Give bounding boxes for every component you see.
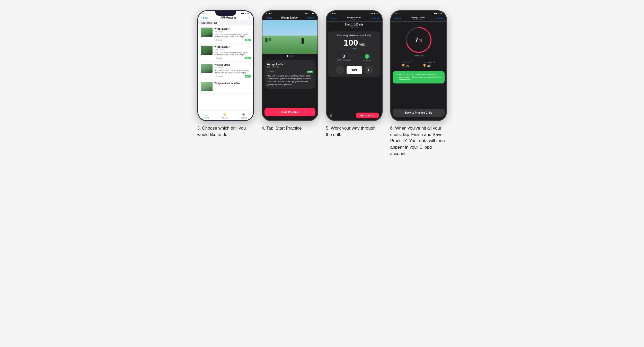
- app-badge-card: APP: [307, 71, 313, 73]
- card-title-group: Wedge Ladder 100–140 yds: [267, 63, 285, 69]
- back-to-drills-button[interactable]: Back to Practice Drills: [393, 109, 445, 117]
- drill-footer-2: ○ 9 shots APP: [215, 57, 251, 59]
- next-shot-button[interactable]: Next Shot →: [356, 113, 378, 118]
- card-title-2: Wedge Ladder: [267, 63, 285, 66]
- phone-3-frame: 13:03 ●●● ▲ 46 < Back Wedge Ladder 06 Ma…: [326, 10, 383, 121]
- app-badge-1: APP: [245, 39, 250, 41]
- caption-4: 6. When you've hit all your shots, tap '…: [390, 125, 447, 157]
- phone-4-frame: 13:03 ●●● ▲ 46 < Back Wedge Ladder 06 Ma…: [390, 10, 447, 121]
- nav-bar-2: < Back Wedge Ladder Cancel: [262, 15, 317, 20]
- shot-score: Score 5/9: [345, 26, 364, 28]
- nav-bar-1: < Back APP Practice ≡: [198, 15, 253, 20]
- last-month-pb: Last month PB 🏆 -/9: [423, 61, 435, 67]
- shot-nav: ← Shot 1, 100 yds Score 5/9 →: [327, 22, 382, 30]
- check-icon: ✓: [395, 73, 397, 76]
- drill-thumb-1: [201, 28, 213, 37]
- bottom-nav-capture[interactable]: ⊕ Capture: [241, 112, 247, 119]
- phone-3-container: 13:03 ●●● ▲ 46 < Back Wedge Ladder 06 Ma…: [326, 10, 383, 138]
- drill-card-2: Wedge Ladder 100–140 yds ☆ ○ 9 shots APP…: [264, 60, 315, 89]
- delete-shot-button[interactable]: 🗑: [330, 114, 333, 117]
- signal-icon-2: ●●●: [305, 13, 308, 14]
- nav-title-1: APP Practice: [220, 16, 236, 19]
- drill-info-3: Pitching String ☆ 55–100 yds Hit 1 shot …: [215, 64, 251, 77]
- golfer-figure: [302, 38, 304, 44]
- last-month-pb-value: 🏆 -/9: [423, 64, 435, 67]
- star-icon-5[interactable]: ☆: [311, 63, 313, 66]
- cancel-button-2[interactable]: Cancel: [307, 16, 314, 19]
- next-shot-arrow[interactable]: →: [375, 24, 379, 28]
- image-dots: [262, 54, 317, 58]
- cancel-button-3[interactable]: Cancel: [371, 17, 378, 20]
- clock-icon-3: ○: [215, 75, 216, 77]
- drill-item-2[interactable]: Wedge Ladder ☆ 100–140 yds Play 1 shot a…: [198, 44, 253, 62]
- drill-desc-2: Play 1 shot at each target yardage. If y…: [215, 51, 251, 56]
- prev-shot-button[interactable]: ←: [330, 24, 333, 28]
- drill-info-4: Wedge & Short Iron Play ☆: [215, 82, 251, 85]
- star-icon-1[interactable]: ☆: [248, 28, 251, 30]
- star-icon-4[interactable]: ☆: [248, 82, 251, 85]
- nav-title-3: Wedge Ladder: [347, 16, 361, 19]
- toast-close-button[interactable]: ✕: [440, 73, 443, 75]
- prev-pb-value: 🏆 -/9: [401, 64, 412, 67]
- drill-item-4[interactable]: Wedge & Short Iron Play ☆: [198, 80, 253, 94]
- menu-button-1[interactable]: ≡: [249, 16, 250, 19]
- caption-2: 4. Tap 'Start Practice'.: [262, 125, 304, 132]
- signal-icon-4: ●●●: [434, 13, 437, 14]
- drill-thumb-3: [201, 64, 213, 73]
- last-month-pb-label: Last month PB: [423, 61, 435, 63]
- distance-input[interactable]: 103: [347, 66, 362, 74]
- drill-title-1: Wedge Ladder: [215, 28, 230, 30]
- phone-4-container: 13:03 ●●● ▲ 46 < Back Wedge Ladder 06 Ma…: [390, 10, 447, 157]
- star-icon-2[interactable]: ☆: [248, 46, 251, 48]
- phone-2-container: 13:02 ●●● ▲ 46 < Back Wedge Ladder Cance…: [262, 10, 318, 132]
- nav-subtitle-4: 06 Mar 2023: [411, 19, 426, 20]
- back-button-1[interactable]: < Back: [201, 16, 208, 19]
- bottom-nav-home[interactable]: ⌂ Home: [204, 112, 209, 119]
- shots-count-3: ○ 10 shots: [215, 75, 223, 77]
- target-sub: Target: [331, 47, 378, 50]
- status-icons-3: ●●● ▲ 46: [369, 13, 378, 14]
- golf-image: [262, 20, 317, 54]
- capture-label: Capture: [241, 117, 247, 119]
- home-label: Home: [204, 117, 209, 119]
- back-button-3[interactable]: < Back: [330, 17, 337, 20]
- card-desc-2: Play 1 shot at each target yardage. If y…: [267, 74, 313, 86]
- trees: [265, 38, 271, 42]
- target-display: 100 yds: [331, 38, 378, 47]
- status-time-1: 13:02: [202, 12, 208, 15]
- drill-yards-1: 50–100 yds: [215, 30, 251, 33]
- hit-target-metric: ✓ Hit Target: [363, 54, 371, 62]
- back-button-2[interactable]: < Back: [266, 16, 273, 19]
- score-text: 7/9: [415, 36, 422, 44]
- star-icon-3[interactable]: ☆: [248, 64, 251, 66]
- drill-yards-2: 100–140 yds: [215, 48, 251, 51]
- start-practice-button[interactable]: Start Practice: [264, 108, 315, 116]
- shot-bottom-bar: 🗑 Next Shot →: [327, 111, 382, 120]
- phone-2-notch: [280, 11, 300, 16]
- card-footer-2: ○ 9 shots APP: [267, 71, 313, 73]
- increment-button[interactable]: +: [365, 66, 373, 74]
- sky: [262, 20, 317, 37]
- bottom-nav-activities[interactable]: ⚡ Activities: [221, 112, 228, 119]
- drill-item-3[interactable]: Pitching String ☆ 55–100 yds Hit 1 shot …: [198, 62, 253, 80]
- phone-3-notch: [344, 11, 365, 16]
- cancel-button-4[interactable]: Cancel: [436, 17, 443, 20]
- shot-info: Shot 1, 100 yds Score 5/9: [345, 23, 364, 28]
- status-time-2: 13:02: [266, 12, 272, 15]
- back-button-4[interactable]: < Back: [394, 17, 401, 20]
- phone-1-container: 13:02 ●●● ▲ 46 < Back APP Practice ≡ App…: [197, 10, 254, 138]
- clock-icon-card: ○: [267, 71, 268, 73]
- metrics-row: 3 Difference (yds) ✓ Hit Target: [331, 52, 378, 64]
- drill-item-1[interactable]: Wedge Ladder ☆ 50–100 yds Play 1 shot at…: [198, 26, 253, 44]
- carry-label: Enter carry distance for each shot: [331, 34, 378, 37]
- phone-3-screen: 13:03 ●●● ▲ 46 < Back Wedge Ladder 06 Ma…: [327, 11, 382, 120]
- phone-2-screen: 13:02 ●●● ▲ 46 < Back Wedge Ladder Cance…: [262, 11, 317, 120]
- status-time-3: 13:03: [330, 12, 336, 15]
- score-circle: 7/9: [404, 26, 433, 54]
- phone-1-frame: 13:02 ●●● ▲ 46 < Back APP Practice ≡ App…: [197, 10, 254, 121]
- status-icons-1: ●●● ▲ 46: [241, 13, 249, 14]
- section-header-1: Approach 7: [198, 20, 253, 26]
- prev-pb-label: Previous PB: [401, 61, 412, 63]
- decrement-button[interactable]: −: [336, 66, 344, 74]
- dot-2: [289, 55, 290, 57]
